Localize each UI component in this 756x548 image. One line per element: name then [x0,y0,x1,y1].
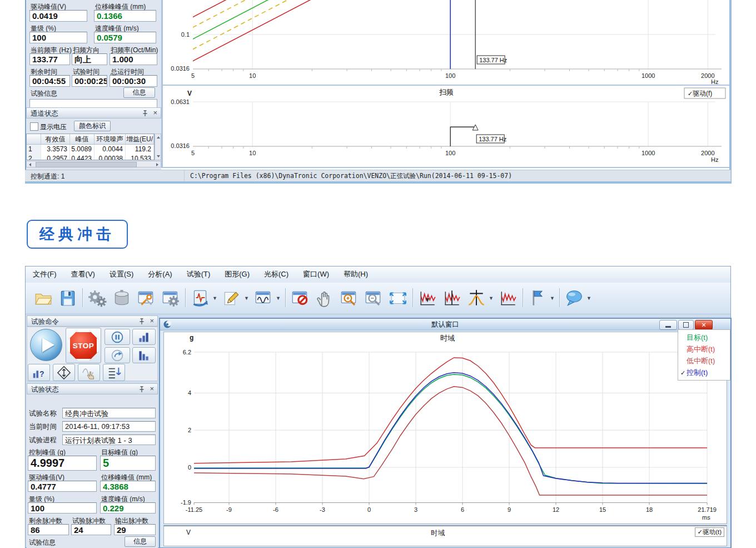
control-channel-status: 控制通道: 1 [25,170,185,181]
system-settings-button[interactable] [85,285,110,311]
status-row-label: 试验进程 [29,436,57,445]
window-zoom-out-button[interactable] [361,285,386,311]
minimize-button[interactable] [659,320,677,330]
menu-item-4[interactable]: 分析(A) [141,266,179,282]
svg-text:5: 5 [191,150,195,156]
table-header-cell[interactable]: 峰值 [70,134,94,145]
color-id-button[interactable]: 颜色标识 [74,121,111,131]
window-config-button[interactable] [134,285,158,311]
peak-cursor-button[interactable] [464,285,489,311]
shock-chart-legend: 目标(t)高中断(t)低中断(t)✓控制(t) [678,329,730,381]
waveform-cursor-icon [442,289,461,308]
pin-icon[interactable] [139,318,145,325]
pan-hand-button[interactable] [312,285,337,311]
pin-icon[interactable] [139,386,145,393]
menu-item-6[interactable]: 图形(G) [217,266,257,282]
dropdown-arrow-icon[interactable]: ▼ [212,285,220,311]
menu-item-7[interactable]: 光标(C) [257,266,296,282]
level-down-button[interactable] [132,347,156,363]
window-disable-button[interactable] [288,285,312,311]
table-header-cell[interactable]: 环境噪声 [94,134,126,145]
legend-item-3[interactable]: 低中断(t) [678,355,730,367]
drive-chart-strip[interactable]: V 时域 ✓驱动(t) [163,525,727,546]
fit-screen-button[interactable] [386,285,410,311]
stop-test-button[interactable]: STOP [66,328,101,363]
chat-comment-button[interactable] [562,285,586,311]
close-button[interactable]: ✕ [695,320,713,330]
signal-export-button[interactable] [188,285,212,311]
waveform-view-button[interactable] [496,285,520,311]
show-voltage-checkbox[interactable] [30,122,38,131]
svg-text:5: 5 [191,72,195,79]
run-schedule-button[interactable] [103,364,125,381]
dropdown-arrow-icon[interactable]: ▼ [586,285,594,311]
field-value: 00:00:30 [110,75,157,87]
manual-control-button[interactable] [78,364,100,381]
schedule-list-icon [107,366,121,380]
toolbar-separator [283,288,288,308]
status-panel-titlebar[interactable]: 试验状态 × [27,383,158,394]
dropdown-arrow-icon[interactable]: ▼ [489,285,496,311]
svg-text:100: 100 [445,72,455,79]
window-zoom-in-button[interactable] [337,285,361,311]
level-up-button[interactable] [132,329,156,345]
close-icon[interactable]: × [150,384,154,393]
svg-text:0: 0 [367,506,371,513]
channel-hscrollbar[interactable] [26,161,161,167]
auto-range-button[interactable] [53,364,75,381]
table-cell: 5.0089 [70,145,94,154]
pause-button[interactable] [105,329,130,345]
menu-item-8[interactable]: 窗口(W) [296,266,336,282]
window-waveform-icon [254,289,273,308]
table-header-cell[interactable]: 有效值 [41,134,70,145]
sine-statusbar: 控制通道: 1 C:\Program Files (x86)\DynaTroni… [25,170,731,182]
maximize-button[interactable] [678,320,694,330]
field-value: 1.000 [110,53,157,65]
menu-item-5[interactable]: 试验(T) [180,266,218,282]
menubar: 文件(F)查看(V)设置(S)分析(A)试验(T)图形(G)光标(C)窗口(W)… [26,266,730,283]
legend-item-1[interactable]: 目标(t) [678,332,730,343]
window-waveform-button[interactable] [251,285,276,311]
waveform-cursor-button[interactable] [440,285,464,311]
svg-text:✓: ✓ [688,90,693,97]
sweep-profile-chart[interactable]: 133.77 Hz0.10.031651010010002000Hz [163,0,729,85]
drive-strip-title: 时域 [431,529,445,538]
menu-item-9[interactable]: 帮助(H) [336,266,375,282]
legend-item-2[interactable]: 高中断(t) [678,343,730,355]
toolbar-separator [410,288,415,308]
info-button[interactable]: 信息 [123,87,155,98]
menu-item-2[interactable]: 查看(V) [64,266,102,282]
shock-chart-area[interactable]: 时域g6.2420-1.9-11.25-9-6-3036912151821.71… [163,332,727,524]
save-button[interactable] [56,285,80,311]
legend-item-4[interactable]: ✓控制(t) [678,367,730,378]
sweep-drive-chart[interactable]: 扫频V133.77 Hz0.06310.031651010010002000Hz… [163,86,729,167]
dropdown-arrow-icon[interactable]: ▼ [244,285,251,311]
continue-button[interactable] [105,347,130,363]
start-test-button[interactable] [30,329,62,361]
legend-label: 控制(t) [687,368,708,377]
svg-text:21.719: 21.719 [698,506,717,513]
chart-window-titlebar[interactable]: 默认窗口 ✕ [160,319,730,330]
window-options-button[interactable] [158,285,183,311]
waveform-export-button[interactable] [415,285,440,311]
pin-icon[interactable] [142,110,148,117]
channel-panel-titlebar[interactable]: 通道状态 × [26,107,161,119]
open-file-button[interactable] [31,285,56,311]
menu-item-1[interactable]: 文件(F) [26,266,64,282]
close-icon[interactable]: × [150,317,154,325]
check-level-button[interactable]: ? [28,364,50,381]
shaker-setup-button[interactable] [110,285,134,311]
table-header-cell[interactable]: 增益(EU/ [126,134,154,145]
dropdown-arrow-icon[interactable]: ▼ [550,285,557,311]
drive-strip-legend[interactable]: ✓驱动(t) [695,527,725,537]
edit-annotate-button[interactable] [220,285,244,311]
table-cell: 3.3573 [41,145,70,154]
table-header-cell[interactable] [27,134,41,145]
close-icon[interactable]: × [153,108,157,117]
command-panel-titlebar[interactable]: 试验命令 × [27,315,158,327]
dropdown-arrow-icon[interactable]: ▼ [276,285,283,311]
menu-item-3[interactable]: 设置(S) [102,266,141,282]
channel-vscrollbar[interactable] [155,134,161,160]
flag-marker-button[interactable] [525,285,550,311]
info-button[interactable]: 信息 [125,536,156,547]
